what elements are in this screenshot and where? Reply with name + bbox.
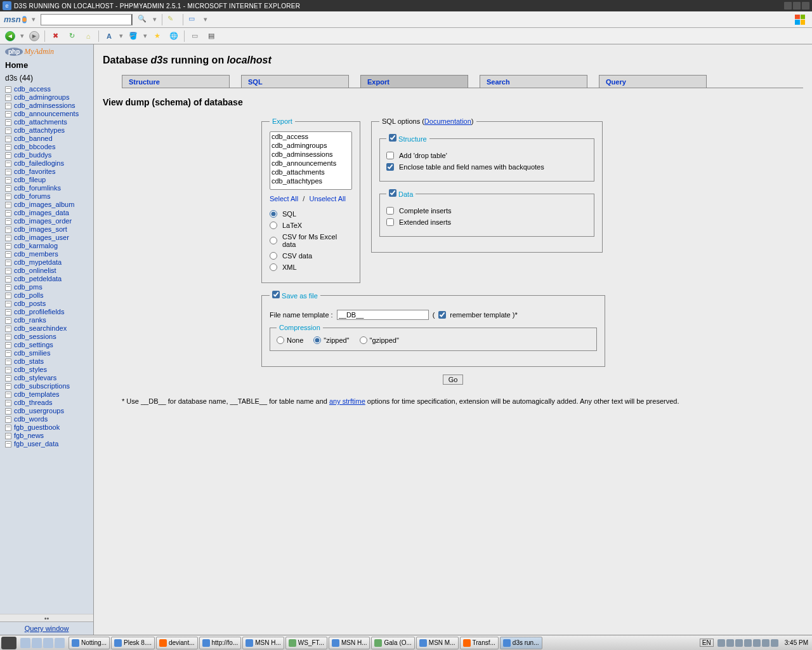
table-link[interactable]: cdb_forums: [14, 192, 50, 201]
home-link[interactable]: Home: [5, 60, 88, 70]
table-row[interactable]: cdb_usergroups: [5, 407, 89, 415]
highlighter-icon[interactable]: ✎: [167, 15, 178, 25]
tab-structure[interactable]: Structure: [122, 75, 230, 88]
table-row[interactable]: cdb_words: [5, 415, 89, 423]
table-row[interactable]: cdb_karmalog: [5, 242, 89, 250]
stop-icon[interactable]: ✖: [49, 30, 62, 43]
table-row[interactable]: cdb_images_sort: [5, 225, 89, 234]
structure-checkbox[interactable]: [389, 134, 396, 142]
query-window-link[interactable]: Query window: [25, 625, 69, 632]
list-icon[interactable]: ▤: [205, 30, 218, 43]
table-link[interactable]: cdb_images_order: [14, 217, 72, 225]
compression-gzipped-radio[interactable]: [360, 336, 367, 344]
select-all-link[interactable]: Select All: [270, 195, 298, 202]
table-link[interactable]: cdb_banned: [14, 135, 53, 143]
format-xml-radio[interactable]: [270, 263, 277, 271]
home-icon[interactable]: ⌂: [82, 30, 95, 43]
tab-sql[interactable]: SQL: [241, 75, 349, 88]
db-name[interactable]: d3s (44): [5, 74, 88, 83]
compression-zipped-radio[interactable]: [313, 336, 321, 344]
format-csv-excel-radio[interactable]: [270, 237, 277, 244]
table-link[interactable]: cdb_images_sort: [14, 225, 67, 234]
table-link[interactable]: cdb_searchindex: [14, 324, 67, 333]
tab-search[interactable]: Search: [480, 75, 587, 88]
globe-icon[interactable]: 🌐: [167, 30, 180, 43]
table-row[interactable]: cdb_members: [5, 250, 89, 258]
table-link[interactable]: cdb_bbcodes: [14, 143, 55, 151]
unselect-all-link[interactable]: Unselect All: [309, 195, 345, 202]
tab-export[interactable]: Export: [360, 75, 468, 88]
table-link[interactable]: fgb_user_data: [14, 440, 58, 448]
table-row[interactable]: cdb_access: [5, 85, 89, 93]
fill-icon[interactable]: 🪣: [127, 30, 140, 43]
forward-button[interactable]: ►: [28, 30, 41, 43]
table-link[interactable]: fgb_news: [14, 432, 44, 440]
table-link[interactable]: cdb_attachments: [14, 118, 67, 126]
table-link[interactable]: cdb_pms: [14, 283, 43, 291]
tab-query[interactable]: Query: [599, 75, 707, 88]
data-checkbox[interactable]: [389, 189, 396, 197]
table-link[interactable]: cdb_polls: [14, 291, 43, 300]
table-row[interactable]: cdb_images_order: [5, 217, 89, 225]
compression-none-radio[interactable]: [277, 336, 284, 344]
table-row[interactable]: fgb_news: [5, 432, 89, 440]
table-link[interactable]: fgb_guestbook: [14, 423, 60, 432]
table-link[interactable]: cdb_karmalog: [14, 242, 58, 250]
table-row[interactable]: cdb_attachments: [5, 118, 89, 126]
table-row[interactable]: cdb_images_user: [5, 234, 89, 242]
table-row[interactable]: cdb_admingroups: [5, 93, 89, 102]
table-row[interactable]: cdb_smilies: [5, 349, 89, 357]
format-latex-radio[interactable]: [270, 222, 277, 229]
remember-template-checkbox[interactable]: [438, 311, 446, 319]
refresh-icon[interactable]: ↻: [65, 30, 78, 43]
msn-logo[interactable]: msn: [4, 14, 27, 25]
table-row[interactable]: cdb_settings: [5, 341, 89, 349]
table-link[interactable]: cdb_petdeldata: [14, 275, 62, 283]
table-row[interactable]: cdb_banned: [5, 135, 89, 143]
table-link[interactable]: cdb_onlinelist: [14, 267, 56, 275]
window-controls[interactable]: [784, 2, 809, 10]
table-link[interactable]: cdb_members: [14, 250, 58, 258]
table-link[interactable]: cdb_settings: [14, 341, 53, 349]
table-link[interactable]: cdb_stats: [14, 357, 44, 366]
backquotes-checkbox[interactable]: [386, 163, 394, 171]
table-row[interactable]: cdb_sessions: [5, 333, 89, 341]
msn-search[interactable]: [41, 14, 133, 25]
windows-icon[interactable]: ▭: [188, 15, 199, 25]
table-row[interactable]: cdb_images_data: [5, 209, 89, 217]
table-link[interactable]: cdb_images_user: [14, 234, 69, 242]
table-row[interactable]: cdb_searchindex: [5, 324, 89, 333]
table-link[interactable]: cdb_smilies: [14, 349, 50, 357]
table-row[interactable]: cdb_attachtypes: [5, 126, 89, 135]
filename-template-input[interactable]: [337, 310, 429, 320]
table-row[interactable]: cdb_templates: [5, 390, 89, 399]
table-link[interactable]: cdb_posts: [14, 300, 46, 308]
table-row[interactable]: fgb_user_data: [5, 440, 89, 448]
table-row[interactable]: cdb_stylevars: [5, 374, 89, 382]
table-link[interactable]: cdb_admingroups: [14, 93, 69, 102]
table-link[interactable]: cdb_templates: [14, 390, 60, 399]
table-link[interactable]: cdb_sessions: [14, 333, 56, 341]
table-row[interactable]: cdb_subscriptions: [5, 382, 89, 390]
favorites-icon[interactable]: ★: [151, 30, 164, 43]
table-link[interactable]: cdb_profilefields: [14, 308, 65, 316]
table-row[interactable]: cdb_adminsessions: [5, 102, 89, 110]
table-link[interactable]: cdb_forumlinks: [14, 184, 61, 192]
table-row[interactable]: cdb_ranks: [5, 316, 89, 324]
table-row[interactable]: cdb_pms: [5, 283, 89, 291]
table-link[interactable]: cdb_images_data: [14, 209, 69, 217]
table-row[interactable]: cdb_petdeldata: [5, 275, 89, 283]
table-link[interactable]: cdb_usergroups: [14, 407, 64, 415]
format-sql-radio[interactable]: [270, 210, 277, 218]
table-link[interactable]: cdb_mypetdata: [14, 258, 62, 267]
table-link[interactable]: cdb_threads: [14, 399, 53, 407]
table-link[interactable]: cdb_buddys: [14, 151, 51, 159]
table-link[interactable]: cdb_attachtypes: [14, 126, 65, 135]
table-row[interactable]: cdb_styles: [5, 366, 89, 374]
table-link[interactable]: cdb_styles: [14, 366, 47, 374]
table-link[interactable]: cdb_fileup: [14, 176, 46, 184]
table-row[interactable]: cdb_bbcodes: [5, 143, 89, 151]
complete-inserts-checkbox[interactable]: [386, 207, 394, 215]
go-button[interactable]: Go: [443, 375, 464, 385]
table-row[interactable]: cdb_onlinelist: [5, 267, 89, 275]
